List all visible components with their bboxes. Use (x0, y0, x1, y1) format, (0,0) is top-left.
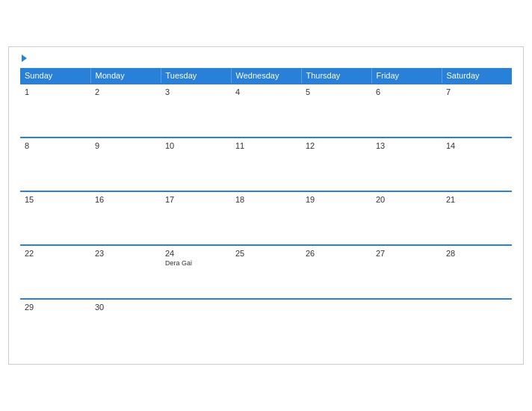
calendar-cell: 19 (301, 191, 371, 245)
calendar-cell (442, 299, 512, 353)
day-number: 24 (165, 249, 226, 258)
day-number: 3 (165, 87, 226, 96)
calendar-cell (161, 299, 231, 353)
calendar-cell (301, 299, 371, 353)
calendar-cell: 10 (161, 137, 231, 191)
weekday-header-thursday: Thursday (301, 68, 371, 84)
calendar-cell: 9 (90, 137, 161, 191)
day-number: 9 (95, 141, 156, 150)
week-row-1: 1234567 (20, 84, 512, 137)
day-number: 27 (376, 249, 437, 258)
calendar-cell: 30 (90, 299, 161, 353)
day-number: 11 (235, 141, 297, 150)
day-number: 25 (235, 249, 297, 258)
day-number: 22 (25, 249, 86, 258)
calendar-cell: 23 (90, 245, 161, 299)
day-number: 20 (376, 195, 437, 204)
calendar-cell: 27 (371, 245, 442, 299)
calendar-cell: 1 (20, 84, 90, 137)
calendar-cell: 29 (20, 299, 90, 353)
day-number: 15 (25, 195, 86, 204)
calendar-cell: 14 (442, 137, 512, 191)
calendar-cell: 15 (20, 191, 90, 245)
calendar-cell: 26 (301, 245, 371, 299)
calendar-cell: 13 (371, 137, 442, 191)
calendar-cell (371, 299, 442, 353)
day-number: 16 (95, 195, 156, 204)
logo (20, 55, 28, 62)
day-number: 12 (306, 141, 367, 150)
calendar-cell: 28 (442, 245, 512, 299)
calendar-cell: 7 (442, 84, 512, 137)
weekday-header-monday: Monday (90, 68, 161, 84)
day-number: 30 (95, 303, 156, 312)
day-number: 7 (446, 87, 507, 96)
weekday-header-tuesday: Tuesday (161, 68, 231, 84)
calendar-cell: 20 (371, 191, 442, 245)
logo-triangle-icon (22, 55, 27, 62)
day-number: 14 (446, 141, 507, 150)
calendar-cell (231, 299, 301, 353)
day-number: 28 (446, 249, 507, 258)
day-number: 1 (25, 87, 86, 96)
calendar-cell: 4 (231, 84, 301, 137)
day-number: 18 (235, 195, 297, 204)
day-number: 2 (95, 87, 156, 96)
calendar-table: SundayMondayTuesdayWednesdayThursdayFrid… (20, 68, 512, 353)
calendar-cell: 16 (90, 191, 161, 245)
day-number: 17 (165, 195, 226, 204)
calendar-cell: 17 (161, 191, 231, 245)
weekday-header-wednesday: Wednesday (231, 68, 301, 84)
weekday-header-saturday: Saturday (442, 68, 512, 84)
week-row-3: 15161718192021 (20, 191, 512, 245)
calendar-cell: 21 (442, 191, 512, 245)
day-number: 19 (306, 195, 367, 204)
week-row-2: 891011121314 (20, 137, 512, 191)
day-number: 8 (25, 141, 86, 150)
logo-blue-text (20, 55, 28, 62)
weekday-header-sunday: Sunday (20, 68, 90, 84)
week-row-5: 2930 (20, 299, 512, 353)
calendar-cell: 12 (301, 137, 371, 191)
calendar-cell: 8 (20, 137, 90, 191)
calendar-cell: 11 (231, 137, 301, 191)
calendar-cell: 6 (371, 84, 442, 137)
week-row-4: 222324Dera Gai25262728 (20, 245, 512, 299)
calendar-cell: 3 (161, 84, 231, 137)
day-number: 23 (95, 249, 156, 258)
day-number: 13 (376, 141, 437, 150)
calendar-cell: 25 (231, 245, 301, 299)
day-number: 6 (376, 87, 437, 96)
day-number: 10 (165, 141, 226, 150)
calendar-cell: 5 (301, 84, 371, 137)
day-number: 21 (446, 195, 507, 204)
weekday-header-friday: Friday (371, 68, 442, 84)
calendar-cell: 2 (90, 84, 161, 137)
day-number: 5 (306, 87, 367, 96)
calendar-container: SundayMondayTuesdayWednesdayThursdayFrid… (8, 46, 524, 365)
weekday-header-row: SundayMondayTuesdayWednesdayThursdayFrid… (20, 68, 512, 84)
day-number: 29 (25, 303, 86, 312)
calendar-cell: 18 (231, 191, 301, 245)
event-text: Dera Gai (165, 259, 226, 267)
calendar-header (20, 55, 512, 62)
day-number: 26 (306, 249, 367, 258)
calendar-cell: 24Dera Gai (161, 245, 231, 299)
calendar-cell: 22 (20, 245, 90, 299)
day-number: 4 (235, 87, 297, 96)
